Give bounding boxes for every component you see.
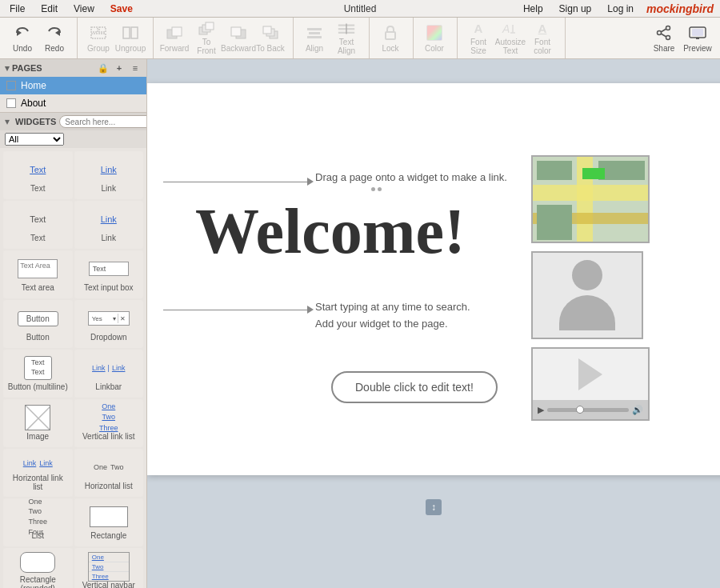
- tofront-label: To Front: [192, 38, 221, 55]
- widget-text-link[interactable]: Text Text: [3, 151, 73, 199]
- textalign-button[interactable]: Text Align: [330, 20, 362, 57]
- toback-button[interactable]: To Back: [254, 20, 286, 57]
- widget-link[interactable]: Link Link: [74, 151, 144, 199]
- login-link[interactable]: Log in: [604, 3, 637, 14]
- fontsize-label: Font Size: [464, 38, 493, 55]
- widget-button-multiline[interactable]: TextText Button (multiline): [3, 350, 73, 398]
- widget-rounded[interactable]: Rectangle (rounded): [3, 548, 73, 588]
- edit-menu[interactable]: Edit: [38, 3, 61, 14]
- filter-bar: All Basic Navigation Forms: [0, 130, 146, 148]
- volume-icon[interactable]: 🔊: [632, 405, 643, 415]
- pages-header-icons: 🔒 + ≡: [97, 62, 142, 74]
- redo-icon: [45, 23, 64, 42]
- svg-rect-8: [172, 27, 182, 36]
- pages-more-icon[interactable]: ≡: [129, 62, 142, 74]
- play-btn[interactable]: ▶: [538, 405, 544, 415]
- canvas-map-widget: [531, 155, 650, 243]
- widget-hlist-preview: OneTwo: [85, 455, 133, 479]
- widget-image[interactable]: Image: [3, 399, 73, 447]
- widget-button-multiline-label: Button (multiline): [8, 382, 68, 391]
- pages-section: ▾ PAGES 🔒 + ≡ Home About: [0, 59, 146, 113]
- order-group: Forward To Front Backward To Back: [158, 18, 294, 58]
- canvas-button[interactable]: Double click to edit text!: [331, 371, 498, 403]
- fontsize-icon: A: [469, 22, 488, 36]
- page-about-checkbox: [6, 98, 16, 108]
- widget-button-multiline-preview: TextText: [14, 356, 62, 380]
- autosize-button[interactable]: A Autosize Text: [494, 20, 526, 57]
- widget-text-plain[interactable]: Text Text: [3, 201, 73, 249]
- widget-vnavbar[interactable]: One Two Three Vertical navbar: [74, 548, 144, 588]
- fontcolor-button[interactable]: A Font color: [526, 20, 558, 57]
- forward-label: Forward: [160, 44, 190, 53]
- widget-hlist[interactable]: OneTwo Horizontal list: [74, 449, 144, 497]
- widget-textarea[interactable]: Text Area Text area: [3, 250, 73, 298]
- brand-logo: mockingbird: [646, 2, 714, 15]
- search-hint-text: Start typing at any time to search.Add y…: [315, 299, 470, 333]
- autosize-icon: A: [501, 22, 520, 36]
- ungroup-label: Ungroup: [115, 44, 146, 53]
- widget-linkbar-preview: Link|Link: [85, 356, 133, 380]
- widget-hlinklist[interactable]: LinkLink Horizontal link list: [3, 449, 73, 497]
- widgets-search-input[interactable]: [59, 115, 146, 128]
- widgets-section: ▾ WIDGETS All Basic Navigation Forms Tex…: [0, 113, 146, 588]
- main-layout: ▾ PAGES 🔒 + ≡ Home About ▾ WIDGETS: [0, 59, 720, 588]
- group-button[interactable]: Group: [82, 20, 114, 57]
- widget-linkbar-label: Linkbar: [95, 382, 122, 391]
- seek-bar[interactable]: [547, 408, 629, 412]
- canvas-profile-widget: [531, 251, 643, 339]
- widget-linkbar[interactable]: Link|Link Linkbar: [74, 350, 144, 398]
- filter-dropdown[interactable]: All Basic Navigation Forms: [5, 133, 64, 146]
- pages-add-icon[interactable]: +: [113, 62, 126, 74]
- widget-vlinklist[interactable]: OneTwoThree Vertical link list: [74, 399, 144, 447]
- page-item-home[interactable]: Home: [0, 77, 146, 94]
- align-group: Align Text Align: [298, 18, 370, 58]
- video-controls: ▶ 🔊: [533, 400, 648, 419]
- svg-rect-11: [206, 22, 214, 30]
- widget-rectangle[interactable]: Rectangle: [74, 498, 144, 546]
- view-menu[interactable]: View: [70, 3, 98, 14]
- redo-button[interactable]: Redo: [38, 20, 70, 57]
- signup-link[interactable]: Sign up: [556, 3, 595, 14]
- tofront-button[interactable]: To Front: [190, 20, 222, 57]
- widget-dropdown[interactable]: Yes ▾ ✕ Dropdown: [74, 300, 144, 348]
- file-menu[interactable]: File: [6, 3, 28, 14]
- widget-hlist-label: Horizontal list: [85, 482, 133, 490]
- color-label: Color: [425, 44, 444, 53]
- help-menu[interactable]: Help: [520, 3, 546, 14]
- color-button[interactable]: Color: [418, 20, 450, 57]
- lock-button[interactable]: Lock: [374, 20, 406, 57]
- widget-button[interactable]: Button Button: [3, 300, 73, 348]
- page-item-about[interactable]: About: [0, 94, 146, 112]
- undo-button[interactable]: Undo: [6, 20, 38, 57]
- svg-marker-1: [55, 30, 60, 36]
- ungroup-button[interactable]: Ungroup: [114, 20, 146, 57]
- save-menu[interactable]: Save: [107, 3, 136, 14]
- preview-icon: [688, 23, 707, 42]
- fontsize-button[interactable]: A Font Size: [462, 20, 494, 57]
- share-button[interactable]: Share: [648, 20, 680, 57]
- group-icon: [89, 23, 108, 42]
- scroll-down-indicator[interactable]: ↕: [426, 499, 442, 515]
- widget-link-plain[interactable]: Link Link: [74, 201, 144, 249]
- widget-text-plain-preview: Text: [14, 207, 62, 231]
- svg-point-26: [666, 26, 670, 30]
- preview-button[interactable]: Preview: [682, 20, 714, 57]
- widget-textinput[interactable]: Text Text input box: [74, 250, 144, 298]
- widget-list[interactable]: OneTwoThreeFour List: [3, 498, 73, 546]
- widget-text-link-label: Text: [30, 184, 45, 193]
- fontcolor-icon: A: [533, 22, 552, 36]
- svg-rect-3: [99, 27, 106, 32]
- share-preview-group: Share Preview: [648, 20, 714, 57]
- pages-lock-icon[interactable]: 🔒: [97, 62, 110, 74]
- pages-section-header[interactable]: ▾ PAGES 🔒 + ≡: [0, 59, 146, 77]
- align-button[interactable]: Align: [298, 20, 330, 57]
- svg-point-27: [666, 36, 670, 40]
- page-home-label: Home: [21, 80, 46, 91]
- canvas-scroll[interactable]: Drag a page onto a widget to make a link…: [147, 59, 720, 588]
- widget-list-label: List: [31, 531, 44, 540]
- backward-button[interactable]: Backward: [222, 20, 254, 57]
- backward-icon: [229, 23, 248, 42]
- forward-button[interactable]: Forward: [158, 20, 190, 57]
- scroll-down-icon: ↕: [431, 502, 436, 513]
- seek-handle: [576, 406, 584, 414]
